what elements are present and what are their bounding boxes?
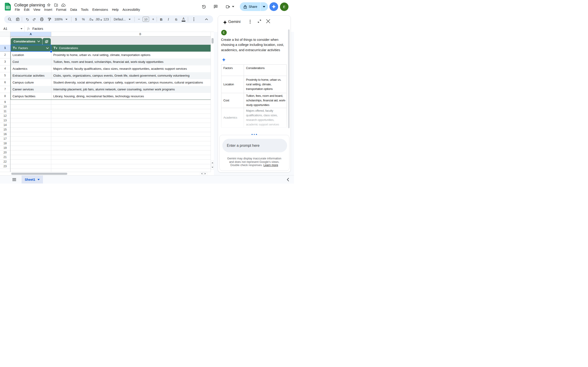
comments-icon[interactable]	[211, 2, 221, 12]
row-header-20[interactable]: 20	[0, 150, 10, 155]
row-header-11[interactable]: 11	[0, 109, 10, 114]
more-options-icon[interactable]	[250, 20, 251, 24]
menu-insert[interactable]: Insert	[42, 7, 54, 12]
table-name-chip[interactable]: Considerations	[11, 38, 42, 45]
decrease-decimal-button[interactable]: .0	[88, 16, 95, 23]
print-icon[interactable]	[38, 16, 45, 23]
sheets-logo-icon[interactable]	[5, 3, 11, 10]
menu-data[interactable]: Data	[68, 7, 79, 12]
scroll-down-button[interactable]	[211, 165, 214, 169]
row-header-21[interactable]: 21	[0, 155, 10, 160]
increase-decimal-button[interactable]: .00	[95, 16, 103, 23]
gemini-spark-button[interactable]	[269, 2, 278, 11]
strikethrough-button[interactable]: S	[173, 16, 180, 23]
row-header-6[interactable]: 6	[0, 79, 10, 86]
row-header-22[interactable]: 22	[0, 160, 10, 164]
name-box[interactable]: A1	[0, 27, 20, 31]
toolbar-more-icon[interactable]	[191, 16, 197, 23]
cell-b1[interactable]: Considerations	[51, 45, 211, 52]
row-header-8[interactable]: 8	[0, 93, 10, 100]
row-header-18[interactable]: 18	[0, 141, 10, 146]
cell-a1[interactable]: Factors	[10, 45, 51, 52]
bold-button[interactable]: B	[158, 16, 165, 23]
select-all-corner[interactable]	[0, 32, 10, 36]
factor-cell[interactable]: Location	[10, 52, 51, 58]
format-percent-button[interactable]: %	[80, 16, 86, 23]
chevron-down-icon[interactable]	[46, 47, 49, 49]
share-dropdown[interactable]	[261, 2, 268, 11]
considerations-cell[interactable]: Majors offered, faculty qualifications, …	[51, 65, 211, 72]
move-folder-icon[interactable]	[54, 3, 58, 7]
menu-help[interactable]: Help	[110, 7, 121, 12]
expand-panel-icon[interactable]	[258, 19, 261, 23]
menu-format[interactable]: Format	[54, 7, 68, 12]
considerations-cell[interactable]: Clubs, sports, organizations, campus eve…	[51, 72, 211, 79]
factor-cell[interactable]: Campus culture	[10, 79, 51, 86]
star-icon[interactable]	[47, 3, 51, 7]
row-header-16[interactable]: 16	[0, 132, 10, 137]
chevron-down-icon[interactable]	[20, 28, 23, 29]
zoom-select[interactable]: 100%	[53, 16, 69, 23]
considerations-cell[interactable]: Library, housing, dining, recreational f…	[51, 93, 211, 100]
meet-button[interactable]	[224, 2, 234, 12]
row-header-4[interactable]: 4	[0, 65, 10, 72]
factor-cell[interactable]: Academics	[10, 65, 51, 72]
redo-icon[interactable]	[31, 16, 38, 23]
row-header-17[interactable]: 17	[0, 137, 10, 141]
share-main[interactable]: Share	[240, 2, 260, 11]
row-header-13[interactable]: 13	[0, 118, 10, 123]
row-header-23[interactable]: 23	[0, 164, 10, 169]
collapse-toolbar-icon[interactable]	[205, 19, 208, 20]
scroll-left-button[interactable]	[200, 172, 204, 176]
horizontal-scrollbar[interactable]	[0, 172, 211, 175]
formula-input[interactable]: Factors	[32, 27, 43, 31]
row-header-5[interactable]: 5	[0, 72, 10, 79]
panel-scrollbar-thumb[interactable]	[288, 29, 290, 128]
factor-cell[interactable]: Extracurricular activities	[10, 72, 51, 79]
format-currency-button[interactable]: $	[73, 16, 79, 23]
share-button[interactable]: Share	[240, 2, 268, 11]
row-header-15[interactable]: 15	[0, 127, 10, 132]
column-header-b[interactable]: B	[51, 32, 211, 36]
italic-button[interactable]: I	[165, 16, 172, 23]
considerations-cell[interactable]: Internship placement, job fairs, alumni …	[51, 86, 211, 93]
increase-font-size-button[interactable]: +	[150, 16, 157, 23]
close-panel-icon[interactable]	[266, 19, 270, 23]
factor-cell[interactable]: Campus facilities	[10, 93, 51, 100]
menu-accessibility[interactable]: Accessibility	[121, 7, 142, 12]
menu-edit[interactable]: Edit	[22, 7, 32, 12]
paint-format-icon[interactable]	[45, 16, 53, 23]
row-header-19[interactable]: 19	[0, 146, 10, 150]
scroll-up-button[interactable]	[211, 161, 214, 165]
font-size-input[interactable]: 10	[143, 17, 149, 22]
insert-table-icon[interactable]	[14, 16, 22, 23]
row-header-9[interactable]: 9	[0, 100, 10, 105]
scroll-right-button[interactable]	[204, 172, 207, 176]
prompt-input[interactable]: Enter a prompt here	[222, 139, 287, 152]
search-icon[interactable]	[6, 16, 14, 23]
factor-cell[interactable]: Cost	[10, 58, 51, 65]
text-color-button[interactable]: A	[180, 16, 187, 23]
considerations-cell[interactable]: Student diversity, social atmosphere, ca…	[51, 79, 211, 86]
row-header-7[interactable]: 7	[0, 86, 10, 93]
undo-icon[interactable]	[23, 16, 31, 23]
menu-tools[interactable]: Tools	[79, 7, 90, 12]
row-header-2[interactable]: 2	[0, 52, 10, 58]
considerations-cell[interactable]: Proximity to home, urban vs. rural setti…	[51, 52, 211, 58]
vertical-scrollbar[interactable]	[211, 32, 214, 172]
menu-file[interactable]: File	[13, 7, 22, 12]
row-header-14[interactable]: 14	[0, 123, 10, 127]
row-header-1[interactable]: 1	[0, 45, 10, 52]
factor-cell[interactable]: Career services	[10, 86, 51, 93]
all-sheets-icon[interactable]	[12, 178, 16, 181]
row-header-10[interactable]: 10	[0, 105, 10, 109]
table-menu-chip[interactable]	[43, 38, 51, 45]
sheet-tab-active[interactable]: Sheet1	[22, 175, 43, 184]
row-header-3[interactable]: 3	[0, 58, 10, 65]
column-header-a[interactable]: A	[10, 32, 51, 36]
learn-more-link[interactable]: Learn more	[263, 164, 278, 167]
version-history-icon[interactable]	[199, 2, 209, 12]
considerations-cell[interactable]: Tuition, fees, room and board, scholarsh…	[51, 58, 211, 65]
more-formats-button[interactable]: 123	[103, 16, 110, 23]
horizontal-scrollbar-thumb[interactable]	[11, 173, 67, 175]
